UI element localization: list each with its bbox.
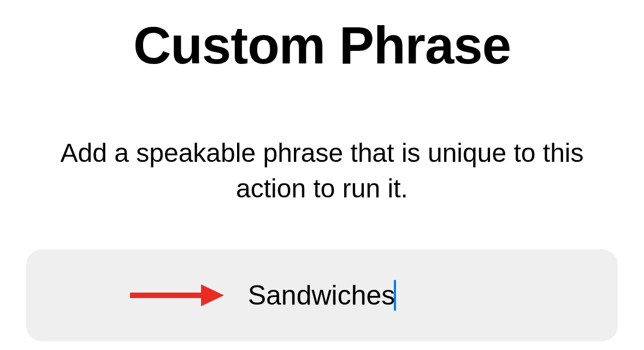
- instruction-text: Add a speakable phrase that is unique to…: [0, 136, 644, 207]
- phrase-input-container[interactable]: Sandwiches: [26, 249, 618, 341]
- page-title: Custom Phrase: [0, 15, 644, 75]
- text-cursor: [394, 280, 396, 311]
- phrase-input-wrapper: Sandwiches: [248, 279, 397, 311]
- phrase-input[interactable]: Sandwiches: [248, 279, 395, 311]
